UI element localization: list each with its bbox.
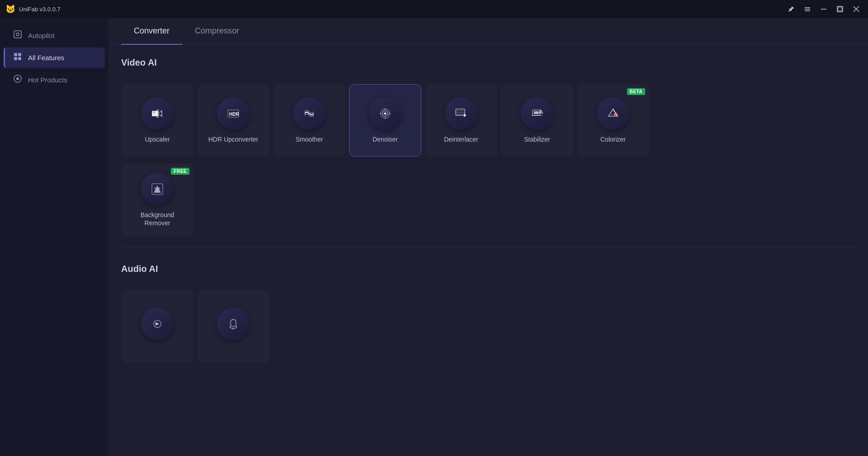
audio-2-icon-circle [217, 308, 250, 340]
autopilot-icon [13, 30, 23, 41]
upscaler-icon-circle [141, 97, 174, 130]
feature-card-background-remover[interactable]: FREE BackgroundRemover [121, 164, 193, 236]
svg-text:HDR: HDR [229, 112, 239, 117]
feature-card-upscaler[interactable]: Upscaler [121, 84, 193, 157]
feature-card-audio-1[interactable] [121, 290, 193, 363]
audio-ai-section: Audio AI [108, 251, 868, 290]
stabilizer-label: Stabilizer [524, 135, 550, 143]
svg-rect-32 [534, 111, 538, 114]
svg-point-9 [16, 33, 19, 36]
upscaler-label: Upscaler [145, 135, 170, 143]
svg-point-15 [16, 77, 19, 80]
menu-button[interactable] [801, 3, 814, 15]
restore-button[interactable] [834, 3, 846, 15]
title-bar-controls [785, 3, 863, 15]
tab-compressor[interactable]: Compressor [182, 18, 252, 45]
sidebar-item-all-features-label: All Features [28, 54, 64, 62]
svg-rect-13 [18, 57, 21, 60]
hot-products-icon [13, 74, 23, 86]
feature-card-audio-2[interactable] [197, 290, 269, 363]
svg-rect-3 [821, 9, 826, 10]
bg-remover-label: BackgroundRemover [141, 211, 175, 227]
feature-card-deinterlacer[interactable]: Deinterlacer [425, 84, 497, 157]
denoiser-icon-circle [369, 97, 401, 130]
close-button[interactable] [850, 3, 863, 15]
svg-rect-8 [14, 31, 21, 38]
video-ai-section: Video AI [108, 45, 868, 84]
hdr-upconverter-label: HDR Upconverter [208, 135, 258, 143]
content-area: Converter Compressor Video AI Upscaler [108, 18, 868, 456]
denoiser-label: Denoiser [373, 135, 398, 143]
colorizer-label: Colorizer [600, 135, 626, 143]
deinterlacer-label: Deinterlacer [444, 135, 478, 143]
svg-rect-0 [805, 7, 810, 8]
colorizer-icon-circle [597, 97, 629, 130]
tabs-bar: Converter Compressor [108, 18, 868, 45]
audio-ai-feature-grid [108, 290, 868, 370]
video-ai-feature-grid: Upscaler HDR HDR Upconverter [108, 84, 868, 164]
feature-card-stabilizer[interactable]: Stabilizer [501, 84, 573, 157]
sidebar-item-autopilot[interactable]: Autopilot [4, 25, 105, 46]
sidebar-item-autopilot-label: Autopilot [28, 32, 54, 39]
video-ai-title: Video AI [121, 57, 855, 68]
svg-rect-2 [805, 10, 810, 11]
minimize-button[interactable] [817, 3, 830, 15]
sidebar-item-all-features[interactable]: All Features [4, 48, 105, 68]
tab-converter[interactable]: Converter [121, 18, 182, 45]
feature-card-denoiser[interactable]: Denoiser [349, 84, 421, 157]
all-features-icon [13, 52, 23, 63]
deinterlacer-icon-circle [445, 97, 477, 130]
svg-rect-16 [152, 111, 158, 116]
svg-point-21 [384, 112, 387, 114]
hdr-icon-circle: HDR [217, 97, 250, 130]
svg-marker-30 [464, 114, 467, 117]
feature-card-colorizer[interactable]: BETA Colorizer [577, 84, 649, 157]
svg-rect-41 [231, 319, 236, 327]
video-ai-feature-grid-row2: FREE BackgroundRemover [108, 164, 868, 243]
app-title: UniFab v3.0.0.7 [19, 6, 61, 13]
sidebar: Autopilot All Features Hot Products [0, 18, 108, 456]
title-bar-left: 🐱 UniFab v3.0.0.7 [5, 4, 61, 14]
feature-card-hdr-upconverter[interactable]: HDR HDR Upconverter [197, 84, 269, 157]
audio-1-icon-circle [141, 308, 174, 340]
audio-ai-title: Audio AI [121, 264, 855, 274]
svg-rect-10 [14, 53, 17, 56]
feature-card-smoother[interactable]: Smoother [273, 84, 345, 157]
bg-remover-badge: FREE [171, 168, 189, 175]
svg-rect-5 [838, 7, 842, 11]
stabilizer-icon-circle [521, 97, 553, 130]
main-layout: Autopilot All Features Hot Products [0, 18, 868, 456]
pin-button[interactable] [785, 3, 797, 15]
svg-rect-12 [14, 57, 17, 60]
smoother-icon-circle [293, 97, 326, 130]
smoother-label: Smoother [296, 135, 323, 143]
app-icon: 🐱 [5, 4, 15, 14]
colorizer-badge: BETA [627, 88, 645, 95]
title-bar: 🐱 UniFab v3.0.0.7 [0, 0, 868, 18]
sidebar-item-hot-products-label: Hot Products [28, 76, 67, 84]
section-divider [121, 247, 855, 247]
svg-rect-1 [805, 9, 810, 10]
bg-remover-icon-circle [141, 173, 174, 205]
sidebar-item-hot-products[interactable]: Hot Products [4, 70, 105, 90]
svg-rect-11 [18, 53, 21, 56]
